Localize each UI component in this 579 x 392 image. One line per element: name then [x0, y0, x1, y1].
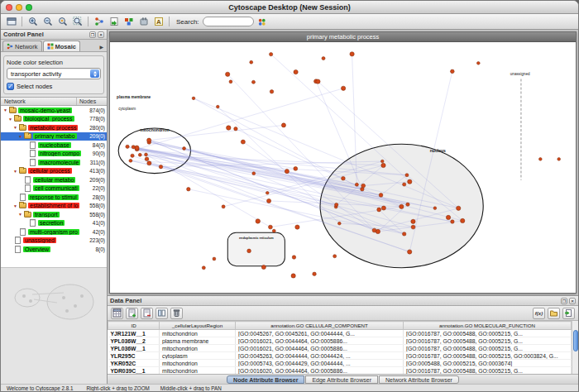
network-node[interactable] [461, 218, 465, 222]
select-nodes-row[interactable]: ✓ Select nodes [7, 83, 101, 90]
zoom-fit-button[interactable] [70, 15, 84, 28]
table-row[interactable]: YPL036W__2plasma membrane[GO:0016021, GO… [108, 337, 572, 345]
table-cell[interactable]: [GO:0016021, GO:0044464, GO:0005886... [236, 337, 404, 345]
trash-button[interactable] [170, 308, 183, 319]
table-column-header[interactable]: ID [108, 322, 160, 330]
table-column-header[interactable]: _cellularLayoutRegion [160, 322, 236, 330]
search-input[interactable] [203, 17, 254, 26]
tree-row[interactable]: nitrogen compo90(0) [1, 150, 107, 159]
close-panel-button[interactable]: ✕ [569, 298, 576, 304]
network-node[interactable] [183, 147, 186, 151]
float-panel-button[interactable]: ❐ [89, 31, 96, 38]
expander-icon[interactable]: ▼ [12, 169, 18, 174]
network-node[interactable] [361, 184, 366, 188]
network-node[interactable] [229, 80, 232, 84]
table-cell[interactable]: [GO:0005743, GO:0044429, GO:0044444, ... [236, 360, 404, 367]
table-cell[interactable]: YPL036W__1 [108, 345, 160, 352]
network-node[interactable] [333, 255, 337, 258]
network-node[interactable] [433, 207, 437, 210]
table-row[interactable]: YPL036W__1mitochondrion[GO:0016021, GO:0… [108, 345, 572, 352]
float-panel-button[interactable]: ❐ [561, 298, 567, 304]
network-node[interactable] [294, 166, 298, 170]
create-attribute-button[interactable] [126, 308, 138, 319]
minimize-window-button[interactable] [16, 4, 22, 11]
network-node[interactable] [400, 204, 404, 208]
expander-icon[interactable]: ▼ [12, 203, 18, 208]
network-node[interactable] [145, 157, 149, 161]
expander-icon[interactable]: ▼ [12, 125, 18, 130]
network-node[interactable] [272, 229, 275, 232]
close-window-button[interactable] [6, 4, 12, 11]
network-node[interactable] [292, 256, 295, 259]
network-node[interactable] [269, 53, 272, 56]
network-edge[interactable] [137, 88, 343, 150]
table-cell[interactable]: [GO:0016787, GO:0005488, GO:0005215, GO:… [404, 352, 572, 360]
annotation-button[interactable]: A [151, 15, 165, 28]
network-node[interactable] [457, 206, 461, 210]
network-node[interactable] [335, 203, 338, 206]
network-node[interactable] [342, 176, 346, 180]
table-cell[interactable]: [GO:0045263, GO:0044444, GO:0044424, ... [236, 352, 404, 360]
table-cell[interactable]: [GO:0045267, GO:0045261, GO:0044444, G..… [236, 330, 404, 337]
table-cell[interactable]: YJR121W__1 [108, 330, 160, 337]
tree-row[interactable]: cell communicati22(0) [1, 184, 107, 194]
network-edge[interactable] [271, 55, 410, 182]
network-node[interactable] [261, 265, 266, 270]
network-node[interactable] [403, 183, 406, 186]
network-node[interactable] [381, 206, 385, 210]
tree-row[interactable]: ▼transport558(0) [1, 210, 107, 219]
network-node[interactable] [380, 160, 384, 163]
import-network-button[interactable] [107, 15, 121, 28]
tree-row[interactable]: cellular metabo209(0) [1, 175, 107, 184]
scrollbar-thumb[interactable] [573, 330, 578, 351]
network-node[interactable] [138, 153, 141, 156]
network-node[interactable] [192, 97, 195, 100]
network-node[interactable] [313, 272, 316, 275]
network-node[interactable] [450, 69, 454, 74]
tree-row[interactable]: unassigned223(0) [1, 237, 107, 246]
import-table-button[interactable] [562, 308, 575, 319]
network-node[interactable] [135, 146, 139, 150]
network-node[interactable] [446, 215, 450, 219]
tree-row[interactable]: ▼establishment of lo558(0) [1, 202, 107, 211]
table-row[interactable]: YKR052Cmitochondrion[GO:0005743, GO:0044… [108, 360, 572, 367]
network-node[interactable] [227, 126, 231, 130]
network-node[interactable] [406, 203, 409, 206]
network-node[interactable] [405, 174, 409, 177]
network-node[interactable] [226, 72, 230, 76]
table-cell[interactable]: YKR052C [108, 360, 160, 367]
table-cell[interactable]: [GO:0016021, GO:0044464, GO:0005886... [236, 345, 404, 352]
table-cell[interactable]: [GO:0016787, GO:0005488, GO:0005215, G..… [404, 337, 572, 345]
zoom-out-button[interactable] [41, 15, 55, 28]
network-node[interactable] [372, 228, 376, 232]
network-node[interactable] [129, 159, 132, 162]
network-node[interactable] [267, 198, 271, 203]
network-node[interactable] [322, 57, 325, 60]
tree-row[interactable]: ▼biological_process778(0) [1, 115, 107, 124]
table-cell[interactable]: plasma membrane [160, 337, 236, 345]
network-node[interactable] [285, 170, 289, 174]
table-cell[interactable]: [GO:0016787, GO:0005488, GO:0005215, G..… [404, 345, 572, 352]
table-cell[interactable]: [GO:0016020, GO:0044464, GO:0005886... [236, 367, 404, 375]
open-folder-button[interactable] [548, 308, 560, 319]
tree-row[interactable]: Overview8(0) [1, 245, 107, 254]
zoom-window-button[interactable] [26, 4, 32, 11]
network-node[interactable] [341, 86, 345, 90]
network-node[interactable] [266, 191, 269, 194]
network-node[interactable] [408, 250, 412, 254]
network-node[interactable] [377, 208, 381, 212]
network-node[interactable] [147, 161, 151, 165]
network-node[interactable] [295, 225, 299, 229]
network-node[interactable] [291, 274, 295, 278]
network-node[interactable] [402, 232, 405, 236]
tree-row[interactable]: multi-organism pro42(0) [1, 227, 107, 237]
tree-row[interactable]: ▼mosaic-demo-yeast874(0) [1, 106, 107, 115]
network-node[interactable] [381, 163, 385, 167]
network-node[interactable] [350, 52, 354, 56]
table-cell[interactable]: YLR295C [108, 352, 160, 360]
network-canvas-svg[interactable]: plasma membranecytoplasmmitochondrionnuc… [110, 42, 576, 293]
tree-row[interactable]: ▼metabolic process280(0) [1, 123, 107, 132]
tab-overflow-arrow[interactable]: ▶ [99, 44, 105, 51]
tree-row[interactable]: secretion41(0) [1, 219, 107, 228]
network-edge[interactable] [227, 74, 374, 231]
